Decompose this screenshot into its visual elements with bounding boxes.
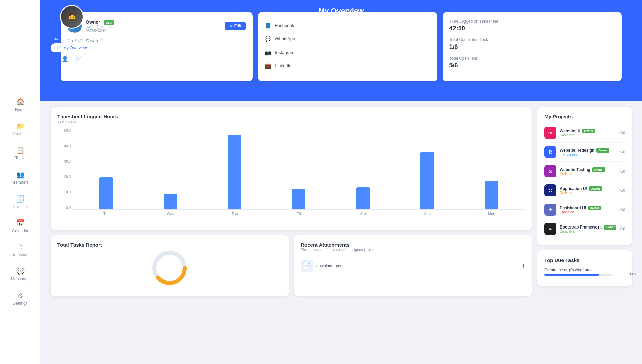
bar-sun-fill [420,152,434,209]
social-card: 📘 Facebook - 💬 WhatsApp - 📷 Instagram [258,12,437,81]
project-bootstrap[interactable]: ∞ Bootstrap Framework Owner Complete 0/0 [544,219,625,238]
right-panel: My Projects in Website UI Owner Complete… [537,107,632,296]
y-label-10: 10.0 [57,190,71,194]
due-task-name: Create the app's wireframe [544,268,625,272]
attachments-card: Recent Attachments That uploaded for thi… [294,235,532,296]
user-icon[interactable]: 👤 [62,56,68,62]
instagram-icon: 📷 [265,49,271,56]
completed-task-stat: Total Completed Task 1/6 [449,37,615,51]
members-icon: 👥 [16,171,25,179]
x-label-fri: Fri [268,212,329,216]
bar-sat [333,187,393,209]
y-label-50: 50.0 [57,129,71,132]
y-label-30: 30.0 [57,160,71,163]
social-facebook: 📘 Facebook - [265,19,430,32]
sidebar-item-label: Tasks [15,156,26,160]
attachments-title: Recent Attachments [301,242,525,248]
projects-icon: 📁 [16,122,25,130]
projects-title: My Projects [544,114,625,119]
sidebar-item-label: Settings [13,301,27,306]
linkedin-icon: 💼 [265,63,271,69]
sidebar-item-label: Messages [11,277,30,281]
project-logo-redesign: R [544,146,556,158]
timesheet-subtitle: Last 7 days [57,119,525,123]
facebook-icon: 📘 [265,22,271,29]
info-details: Owner User owner@example.com 9876543210 [86,19,221,33]
edit-button[interactable]: ✏ Edit [225,22,246,30]
tasks-report-title: Total Tasks Report [57,242,282,248]
social-linkedin: 💼 LinkedIn - [265,59,430,72]
document-icon[interactable]: 📄 [75,56,82,62]
y-label-0: 0.0 [57,206,71,210]
bar-sat-fill [356,187,370,209]
donut-chart [57,248,282,288]
x-labels: Tue Wed Thu Fri Sat Sun Mon [72,210,525,216]
avatar: 🧔 [60,5,84,29]
profile-icons: 👤 📄 [62,56,82,62]
sidebar-item-label: Invoices [13,204,28,209]
owner-name: Owner User [86,19,221,25]
download-icon[interactable]: ⬇ [521,263,525,269]
top-header: 🧔 Owner owner@example.com 📄 My Overview … [40,0,642,101]
sidebar-item-invoices[interactable]: 🧾 Invoices [0,191,40,212]
x-label-wed: Wed [140,212,201,216]
attachment-name: download.jpeg [316,264,342,268]
overview-icon: 📄 [57,46,62,50]
user-badge: User [104,20,114,25]
project-logo-app-ui: ◎ [544,184,556,196]
tasks-report-card: Total Tasks Report [51,235,289,296]
owner-badge: Owner [582,129,595,133]
info-phone: 9876543210 [86,29,221,33]
sidebar-item-members[interactable]: 👥 Members [0,167,40,188]
y-label-20: 20.0 [57,175,71,179]
sidebar-item-calendar[interactable]: 📅 Calendar [0,216,40,237]
bottom-row: Total Tasks Report Recent Attachments Th… [51,235,532,296]
open-task-stat: Total Open Task 5/6 [449,56,615,69]
my-overview-button[interactable]: 📄 My Overview [51,43,93,52]
project-website-testing[interactable]: S Website Testing Owner On Hold 0/0 [544,162,625,181]
profile-email: owner@example.com [54,37,90,41]
bar-mon-fill [485,181,498,209]
bar-wed-fill [164,194,177,209]
project-logo-bootstrap: ∞ [544,223,556,235]
due-task-percent: 80% [629,272,636,276]
social-instagram: 📷 Instagram - [265,46,430,59]
bar-sun [397,152,458,209]
due-tasks-card: Top Due Tasks Create the app's wireframe… [537,250,632,286]
project-logo-website-ui: in [544,127,556,139]
project-details-dashboard: Dashboard UI Owner Canceled [560,206,617,214]
sidebar-item-label: Projects [13,131,27,136]
timesheet-icon: ⏱ [17,243,24,251]
project-details-testing: Website Testing Owner On Hold [560,167,617,176]
sidebar-item-label: Calendar [12,229,29,233]
sidebar-item-tasks[interactable]: 📋 Tasks [0,143,40,164]
project-website-redesign[interactable]: R Website Redesign Owner In Progress 0/0 [544,143,625,162]
home-icon: 🏠 [16,98,25,106]
x-label-tue: Tue [76,212,137,216]
project-application-ui[interactable]: ◎ Application UI Owner On Hold 0/0 [544,181,625,200]
x-label-sat: Sat [333,212,393,216]
project-dashboard-ui[interactable]: ✦ Dashboard UI Owner Canceled 0/0 [544,200,625,219]
bar-thu-fill [228,135,241,209]
due-task-bar-bg [544,274,612,276]
attachment-item: 📄 download.jpeg ⬇ [301,257,525,275]
attachments-subtitle: That uploaded for this user's assigned p… [301,248,525,252]
sidebar-item-settings[interactable]: ⚙ Settings [0,288,40,309]
no-skills-text: No Skills Found..! [67,38,246,43]
settings-icon: ⚙ [17,292,23,300]
sidebar: 🏠 Home 📁 Projects 📋 Tasks 👥 Members 🧾 In… [0,0,40,364]
card-info-header: 👤 Owner User owner@example.com 987654321… [67,19,246,33]
attachment-file-icon: 📄 [301,260,313,272]
projects-card: My Projects in Website UI Owner Complete… [537,107,632,245]
sidebar-item-label: Home [15,107,26,112]
sidebar-item-projects[interactable]: 📁 Projects [0,119,40,140]
project-website-ui[interactable]: in Website UI Owner Complete 0/0 [544,123,625,143]
sidebar-item-timesheet[interactable]: ⏱ Timesheet [0,240,40,261]
timesheet-title: Timesheet Logged Hours [57,114,525,119]
x-label-mon: Mon [461,212,522,216]
bar-fri-fill [292,189,305,209]
sidebar-item-messages[interactable]: 💬 Messages [0,264,40,285]
sidebar-item-home[interactable]: 🏠 Home [0,94,40,115]
bars-container [72,129,525,209]
due-task-bar-fill [544,274,599,276]
